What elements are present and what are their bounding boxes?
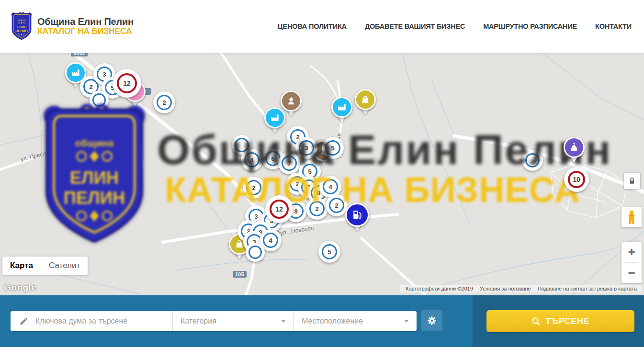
advanced-search-button[interactable] [421,310,442,331]
keyword-field-section [11,311,172,331]
search-bar: ТЪРСЕНЕ Категория Местоположение [0,295,644,347]
church-icon [569,142,579,153]
zoom-out-button[interactable]: − [621,263,642,283]
search-bar-right-panel: ТЪРСЕНЕ [473,295,644,347]
lock-icon [628,177,636,185]
crest-word-top: община [18,19,26,21]
bag-icon [360,94,371,105]
map-lock-button[interactable] [624,173,640,189]
attribution-copyright: Картографски данни ©2019 [402,286,476,291]
zoom-control: + − [621,242,642,283]
nav-item-route-schedule[interactable]: МАРШРУТНО РАЗПИСАНИЕ [483,22,577,30]
site-logo[interactable]: община ЕЛИН ПЕЛИН Община Елин Пелин КАТА… [11,12,134,41]
keyword-search-input[interactable] [34,316,156,326]
factory-icon [70,67,81,78]
map-cluster-marker[interactable]: 5 [318,241,340,263]
map-cluster-marker[interactable] [522,150,543,171]
site-title: Община Елин Пелин [37,16,134,27]
worker-icon [286,96,296,106]
map-cluster-marker[interactable]: 2 [326,194,348,216]
map-cluster-marker[interactable]: 3 [295,137,317,159]
pencil-icon [19,316,29,326]
map-pin-marker[interactable] [564,137,585,158]
chevron-down-icon [404,320,409,323]
map-pin-marker[interactable] [331,97,352,118]
map-cluster-marker[interactable]: 2 [243,177,265,199]
header: община ЕЛИН ПЕЛИН Община Елин Пелин КАТА… [0,0,644,53]
map-cluster-marker[interactable]: 5 [322,137,344,159]
gear-icon [426,315,438,326]
crest-word-name2: ПЕЛИН [15,29,28,33]
map-type-control: Карта Сателит [2,257,88,275]
map-cluster-marker[interactable]: 4 [241,149,263,171]
category-select-value: Категория [181,317,216,325]
map-cluster-marker[interactable] [90,90,109,110]
category-select[interactable]: Категория [172,311,294,331]
fuel-icon [351,209,363,221]
map-pin-marker[interactable] [345,203,369,227]
map-pin-marker[interactable] [355,89,376,110]
map-pin-marker[interactable] [281,90,302,112]
map-viewport[interactable]: ул. Преслав бул. „Новосел ци 6002 105 23… [0,53,644,295]
nav-item-contacts[interactable]: КОНТАКТИ [595,22,632,30]
map-type-map-button[interactable]: Карта [2,257,41,275]
attribution-terms-link[interactable]: Условия за ползване [476,286,534,291]
map-cluster-marker[interactable]: 2 [153,91,175,113]
map-cluster-marker[interactable] [246,243,265,262]
map-type-satellite-button[interactable]: Сателит [41,257,88,275]
map-cluster-marker[interactable]: 2 [306,198,328,220]
nav-item-pricing[interactable]: ЦЕНОВА ПОЛИТИКА [278,22,347,30]
map-cluster-marker[interactable]: 12 [265,195,293,223]
attribution-report-link[interactable]: Подаване на сигнал за грешка в картата [534,286,640,291]
location-select[interactable]: Местоположение [294,311,417,331]
markers-layer: 23512223546752278412822333834510 [0,53,644,295]
nav-item-add-business[interactable]: ДОБАВЕТЕ ВАШИЯТ БИЗНЕС [365,22,465,30]
street-view-pegman-button[interactable] [621,207,642,227]
chevron-down-icon [281,320,286,323]
search-button-label: ТЪРСЕНЕ [545,316,589,326]
search-icon [531,317,541,326]
search-button[interactable]: ТЪРСЕНЕ [486,310,634,332]
pegman-icon [625,210,638,224]
map-cluster-marker[interactable]: 10 [564,167,589,192]
google-logo[interactable]: Google [4,282,36,293]
municipality-crest-icon: община ЕЛИН ПЕЛИН [11,12,33,41]
crest-word-name1: ЕЛИН [17,25,26,29]
location-select-value: Местоположение [302,317,363,325]
site-subtitle: КАТАЛОГ НА БИЗНЕСА [37,27,134,36]
map-attribution: Картографски данни ©2019 Условия за полз… [400,285,642,292]
search-fields: Категория Местоположение [11,311,417,331]
map-cluster-marker[interactable]: 12 [113,69,141,98]
zoom-in-button[interactable]: + [621,242,642,262]
factory-icon [337,102,347,112]
main-nav: ЦЕНОВА ПОЛИТИКА ДОБАВЕТЕ ВАШИЯТ БИЗНЕС М… [278,22,632,30]
map-cluster-marker[interactable]: 7 [278,152,300,174]
factory-icon [270,112,280,123]
